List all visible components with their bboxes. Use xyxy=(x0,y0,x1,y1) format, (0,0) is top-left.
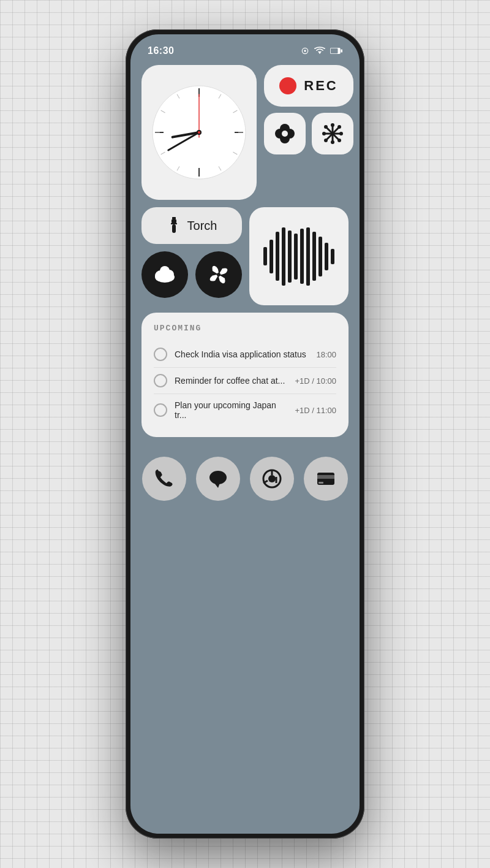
svg-point-40 xyxy=(337,139,341,142)
svg-point-42 xyxy=(324,139,328,142)
svg-point-51 xyxy=(217,273,221,276)
wifi-icon xyxy=(314,47,325,55)
pinwheel-button[interactable] xyxy=(195,251,242,298)
task-circle-1 xyxy=(154,348,167,361)
sound-wave xyxy=(263,226,334,287)
svg-point-50 xyxy=(160,266,170,276)
sound-widget[interactable] xyxy=(249,207,349,305)
svg-point-39 xyxy=(324,125,328,129)
pinwheel-icon xyxy=(208,264,230,286)
location-icon xyxy=(301,47,309,55)
dock-phone-button[interactable] xyxy=(142,457,186,501)
upcoming-item-3[interactable]: Plan your upcoming Japan tr... +1D / 11:… xyxy=(154,394,336,426)
task-circle-2 xyxy=(154,374,167,387)
upcoming-item-1[interactable]: Check India visa application status 18:0… xyxy=(154,341,336,367)
clock-widget[interactable] xyxy=(141,65,257,200)
dock-chrome-button[interactable] xyxy=(250,457,294,501)
svg-rect-61 xyxy=(317,475,334,479)
upcoming-title: UPCOMING xyxy=(154,324,336,333)
task-circle-3 xyxy=(154,403,167,417)
svg-point-38 xyxy=(339,132,343,135)
upcoming-item-2[interactable]: Reminder for coffee chat at... +1D / 10:… xyxy=(154,367,336,394)
dock xyxy=(141,444,349,519)
cloud-icon xyxy=(153,266,176,283)
flower-icon xyxy=(274,123,296,145)
torch-icon xyxy=(167,217,181,234)
battery-icon xyxy=(330,47,342,55)
svg-rect-4 xyxy=(341,50,343,53)
torch-label: Torch xyxy=(187,219,217,233)
flower-button[interactable] xyxy=(264,113,306,154)
svg-point-35 xyxy=(331,123,334,127)
svg-point-0 xyxy=(304,50,306,52)
rec-dot xyxy=(279,77,296,94)
svg-rect-45 xyxy=(171,223,177,224)
status-icons xyxy=(301,47,342,55)
svg-point-30 xyxy=(282,131,288,137)
status-time: 16:30 xyxy=(148,45,174,56)
task-time-2: +1D / 10:00 xyxy=(295,376,336,386)
svg-point-41 xyxy=(337,125,341,129)
snowflake-icon xyxy=(322,123,344,145)
svg-point-37 xyxy=(322,132,326,135)
svg-marker-2 xyxy=(318,51,322,55)
status-bar: 16:30 xyxy=(130,34,360,59)
clock-row: REC xyxy=(141,65,349,200)
phone-screen: 16:30 xyxy=(130,34,360,834)
phone-icon xyxy=(154,468,175,489)
svg-rect-62 xyxy=(318,482,323,484)
wallet-icon xyxy=(315,468,336,489)
main-content: REC xyxy=(130,59,360,531)
task-text-3: Plan your upcoming Japan tr... xyxy=(175,400,287,420)
chat-icon xyxy=(208,468,228,489)
task-text-1: Check India visa application status xyxy=(175,349,309,359)
dock-wallet-button[interactable] xyxy=(304,457,348,501)
svg-rect-43 xyxy=(172,217,176,219)
dock-chat-button[interactable] xyxy=(196,457,240,501)
torch-button[interactable]: Torch xyxy=(141,207,242,244)
right-widgets: REC xyxy=(264,65,353,154)
phone-frame: 16:30 xyxy=(126,29,364,839)
task-time-1: 18:00 xyxy=(316,350,336,359)
svg-point-36 xyxy=(331,140,334,144)
svg-rect-5 xyxy=(331,48,338,53)
small-buttons-row xyxy=(264,113,353,154)
svg-rect-46 xyxy=(172,224,176,233)
chrome-icon xyxy=(262,468,282,489)
svg-point-25 xyxy=(198,131,200,134)
cloud-button[interactable] xyxy=(141,251,188,298)
snowflake-button[interactable] xyxy=(312,113,353,154)
rec-label: REC xyxy=(304,78,337,94)
svg-rect-44 xyxy=(172,219,176,223)
second-row: Torch xyxy=(141,207,349,305)
app-icons-row xyxy=(141,251,242,298)
task-time-3: +1D / 11:00 xyxy=(295,406,336,415)
upcoming-widget: UPCOMING Check India visa application st… xyxy=(141,313,349,437)
svg-point-56 xyxy=(268,475,276,482)
task-text-2: Reminder for coffee chat at... xyxy=(175,376,287,386)
rec-button[interactable]: REC xyxy=(264,65,353,107)
clock-face xyxy=(150,83,248,181)
